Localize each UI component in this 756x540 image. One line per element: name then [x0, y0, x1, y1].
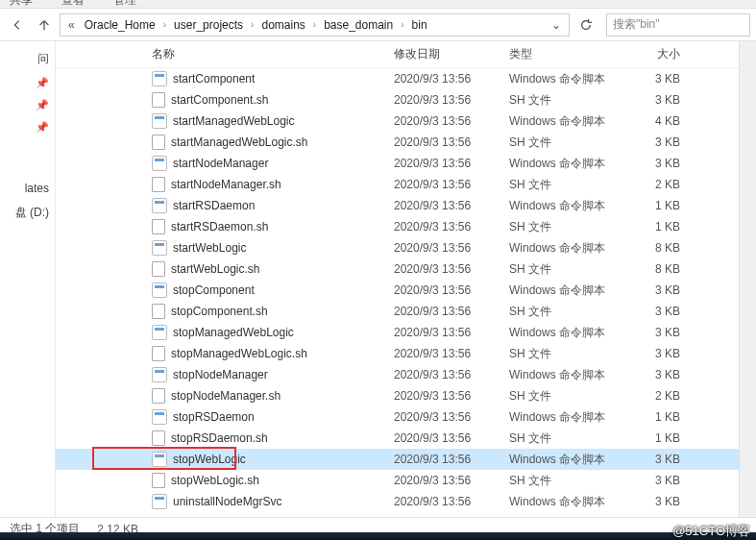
- file-row[interactable]: stopWebLogic.sh2020/9/3 13:56SH 文件3 KB: [56, 470, 739, 491]
- header-date[interactable]: 修改日期: [394, 46, 509, 62]
- nav-bar: « Oracle_Home› user_projects› domains› b…: [0, 9, 756, 41]
- file-row[interactable]: startRSDaemon.sh2020/9/3 13:56SH 文件1 KB: [56, 216, 739, 237]
- column-headers[interactable]: 名称 修改日期 类型 大小: [56, 41, 739, 68]
- chevron-right-icon: ›: [249, 19, 256, 30]
- file-list[interactable]: 名称 修改日期 类型 大小 startComponent2020/9/3 13:…: [56, 41, 739, 517]
- file-name: startNodeManager: [173, 157, 268, 170]
- file-type: SH 文件: [509, 177, 622, 193]
- cmd-file-icon: [152, 452, 167, 467]
- file-type: Windows 命令脚本: [509, 113, 622, 130]
- chevron-right-icon: ›: [311, 19, 318, 30]
- nav-up-button[interactable]: [33, 13, 56, 37]
- file-row[interactable]: startManagedWebLogic.sh2020/9/3 13:56SH …: [56, 132, 739, 153]
- breadcrumb[interactable]: « Oracle_Home› user_projects› domains› b…: [60, 13, 570, 37]
- header-size[interactable]: 大小: [622, 46, 680, 62]
- file-date: 2020/9/3 13:56: [394, 241, 509, 255]
- file-date: 2020/9/3 13:56: [394, 347, 509, 360]
- refresh-button[interactable]: [573, 13, 598, 37]
- file-icon: [152, 219, 165, 234]
- chevron-down-icon[interactable]: ⌄: [548, 18, 565, 32]
- file-row[interactable]: startComponent2020/9/3 13:56Windows 命令脚本…: [56, 68, 739, 89]
- file-size: 4 KB: [622, 114, 680, 128]
- file-icon: [152, 430, 165, 446]
- file-size: 1 KB: [622, 431, 680, 445]
- file-type: Windows 命令脚本: [509, 367, 622, 383]
- file-icon: [152, 473, 165, 488]
- file-row[interactable]: stopComponent.sh2020/9/3 13:56SH 文件3 KB: [56, 301, 739, 322]
- cmd-file-icon: [152, 240, 167, 256]
- file-name: startComponent: [173, 72, 255, 86]
- nav-pane[interactable]: 问 📌 📌 📌 lates 盘 (D:): [0, 41, 56, 517]
- file-row[interactable]: stopWebLogic2020/9/3 13:56Windows 命令脚本3 …: [56, 449, 739, 470]
- file-type: SH 文件: [509, 219, 622, 235]
- breadcrumb-part[interactable]: bin: [406, 16, 433, 34]
- file-type: Windows 命令脚本: [509, 240, 622, 257]
- file-type: SH 文件: [509, 304, 622, 320]
- file-row[interactable]: startWebLogic.sh2020/9/3 13:56SH 文件8 KB: [56, 258, 739, 280]
- file-date: 2020/9/3 13:56: [394, 326, 509, 339]
- file-size: 8 KB: [622, 241, 680, 255]
- file-date: 2020/9/3 13:56: [394, 199, 509, 212]
- file-size: 3 KB: [622, 283, 680, 297]
- file-row[interactable]: stopNodeManager2020/9/3 13:56Windows 命令脚…: [56, 364, 739, 385]
- tab-view[interactable]: 查看: [61, 0, 85, 8]
- nav-back-button[interactable]: [6, 13, 29, 37]
- file-name: stopComponent.sh: [171, 305, 268, 318]
- nav-item[interactable]: lates: [0, 172, 55, 195]
- file-type: Windows 命令脚本: [509, 282, 622, 299]
- file-size: 3 KB: [622, 157, 680, 170]
- file-row[interactable]: uninstallNodeMgrSvc2020/9/3 13:56Windows…: [56, 491, 739, 512]
- file-row[interactable]: stopRSDaemon.sh2020/9/3 13:56SH 文件1 KB: [56, 428, 739, 449]
- breadcrumb-part[interactable]: Oracle_Home: [79, 16, 161, 34]
- cmd-file-icon: [152, 113, 167, 129]
- chevron-right-icon: ›: [161, 19, 168, 30]
- file-date: 2020/9/3 13:56: [394, 453, 509, 466]
- file-row[interactable]: startWebLogic2020/9/3 13:56Windows 命令脚本8…: [56, 237, 739, 258]
- file-date: 2020/9/3 13:56: [394, 72, 509, 86]
- search-input[interactable]: 搜索"bin": [606, 13, 750, 37]
- file-size: 3 KB: [622, 453, 680, 466]
- cmd-file-icon: [152, 282, 167, 298]
- breadcrumb-part[interactable]: user_projects: [168, 16, 249, 34]
- breadcrumb-part[interactable]: base_domain: [318, 16, 399, 34]
- file-type: Windows 命令脚本: [509, 198, 622, 214]
- file-row[interactable]: stopManagedWebLogic.sh2020/9/3 13:56SH 文…: [56, 343, 739, 364]
- file-row[interactable]: startRSDaemon2020/9/3 13:56Windows 命令脚本1…: [56, 195, 739, 216]
- header-type[interactable]: 类型: [509, 46, 622, 62]
- file-row[interactable]: stopNodeManager.sh2020/9/3 13:56SH 文件2 K…: [56, 385, 739, 406]
- file-type: Windows 命令脚本: [509, 71, 622, 87]
- file-type: Windows 命令脚本: [509, 494, 622, 510]
- scrollbar[interactable]: [739, 41, 756, 517]
- file-size: 1 KB: [622, 199, 680, 212]
- file-date: 2020/9/3 13:56: [394, 389, 509, 403]
- file-row[interactable]: startComponent.sh2020/9/3 13:56SH 文件3 KB: [56, 89, 739, 110]
- breadcrumb-part[interactable]: domains: [256, 16, 310, 34]
- file-date: 2020/9/3 13:56: [394, 220, 509, 233]
- file-row[interactable]: stopManagedWebLogic2020/9/3 13:56Windows…: [56, 322, 739, 343]
- file-name: startNodeManager.sh: [171, 178, 281, 191]
- file-date: 2020/9/3 13:56: [394, 283, 509, 297]
- file-icon: [152, 346, 165, 361]
- file-name: stopManagedWebLogic.sh: [171, 347, 307, 360]
- file-row[interactable]: stopComponent2020/9/3 13:56Windows 命令脚本3…: [56, 280, 739, 301]
- file-type: Windows 命令脚本: [509, 409, 622, 426]
- file-date: 2020/9/3 13:56: [394, 305, 509, 318]
- file-date: 2020/9/3 13:56: [394, 431, 509, 445]
- file-size: 2 KB: [622, 178, 680, 191]
- pin-icon: 📌: [0, 111, 55, 134]
- file-row[interactable]: startNodeManager2020/9/3 13:56Windows 命令…: [56, 153, 739, 174]
- file-name: stopNodeManager: [173, 368, 268, 381]
- tab-manage[interactable]: 管理: [113, 0, 136, 8]
- file-row[interactable]: stopRSDaemon2020/9/3 13:56Windows 命令脚本1 …: [56, 406, 739, 428]
- file-name: stopManagedWebLogic: [173, 326, 294, 339]
- nav-item[interactable]: 问: [0, 41, 55, 67]
- file-size: 2 KB: [622, 389, 680, 403]
- file-row[interactable]: startManagedWebLogic2020/9/3 13:56Window…: [56, 110, 739, 132]
- file-date: 2020/9/3 13:56: [394, 157, 509, 170]
- breadcrumb-overflow[interactable]: «: [64, 18, 79, 32]
- file-date: 2020/9/3 13:56: [394, 93, 509, 107]
- header-name[interactable]: 名称: [152, 46, 394, 62]
- nav-item[interactable]: 盘 (D:): [0, 195, 55, 221]
- file-row[interactable]: startNodeManager.sh2020/9/3 13:56SH 文件2 …: [56, 174, 739, 195]
- tab-share[interactable]: 共享: [10, 0, 33, 8]
